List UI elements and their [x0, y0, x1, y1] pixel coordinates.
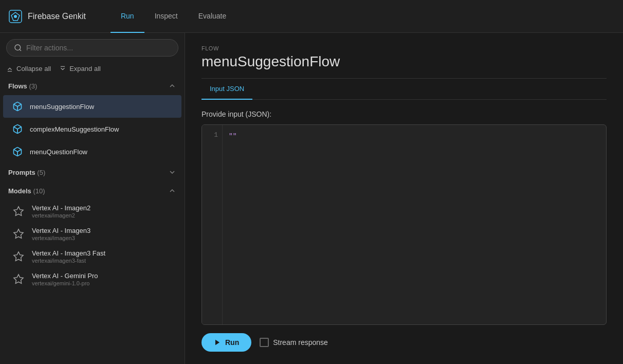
flows-section-title: Flows (3)	[8, 82, 37, 90]
flow-icon-complexMenuSuggestionFlow	[11, 123, 24, 135]
stream-response-label: Stream response	[273, 338, 328, 347]
model-info-imagen3: Vertex AI - Imagen3 vertexai/imagen3	[32, 227, 90, 241]
model-icon-geminipro	[11, 272, 26, 286]
tab-input-json[interactable]: Input JSON	[201, 79, 252, 100]
sidebar-search-area	[0, 33, 185, 63]
flow-name-menuSuggestionFlow: menuSuggestionFlow	[30, 103, 94, 111]
svg-point-2	[14, 15, 17, 18]
run-button-label: Run	[225, 338, 239, 347]
svg-marker-11	[14, 229, 23, 238]
flow-icon-menuQuestionFlow	[11, 145, 24, 158]
collapse-all-button[interactable]: Collapse all	[6, 65, 51, 72]
editor-line-numbers: 1	[202, 125, 223, 324]
search-icon	[14, 44, 22, 52]
flows-section-header[interactable]: Flows (3)	[0, 77, 185, 95]
tab-evaluate[interactable]: Evaluate	[188, 0, 236, 33]
run-button[interactable]: Run	[201, 333, 251, 352]
prompts-section-title: Prompts (5)	[8, 169, 45, 176]
flow-name-menuQuestionFlow: menuQuestionFlow	[30, 148, 87, 156]
prompts-section-header[interactable]: Prompts (5)	[0, 163, 185, 181]
expand-all-button[interactable]: Expand all	[59, 65, 101, 72]
sidebar-controls: Collapse all Expand all	[0, 63, 185, 77]
model-item-imagen3[interactable]: Vertex AI - Imagen3 vertexai/imagen3	[3, 223, 181, 245]
model-name-imagen3fast: Vertex AI - Imagen3 Fast	[32, 249, 105, 257]
svg-marker-12	[14, 252, 23, 261]
svg-marker-10	[14, 207, 23, 215]
main-layout: Collapse all Expand all Flows (3)	[0, 33, 623, 364]
flow-name-complexMenuSuggestionFlow: complexMenuSuggestionFlow	[30, 125, 119, 133]
tab-run[interactable]: Run	[111, 0, 144, 33]
firebase-genkit-logo-icon	[8, 9, 23, 24]
model-name-imagen3: Vertex AI - Imagen3	[32, 227, 90, 234]
model-item-geminipro[interactable]: Vertex AI - Gemini Pro vertexai/gemini-1…	[3, 268, 181, 290]
model-info-imagen3fast: Vertex AI - Imagen3 Fast vertexai/imagen…	[32, 249, 105, 264]
svg-marker-13	[14, 275, 23, 283]
model-item-imagen3fast[interactable]: Vertex AI - Imagen3 Fast vertexai/imagen…	[3, 245, 181, 268]
flow-icon-menuSuggestionFlow	[11, 100, 24, 113]
prompts-chevron-icon	[168, 168, 176, 176]
stream-response-area[interactable]: Stream response	[260, 338, 328, 347]
expand-icon	[59, 65, 66, 72]
model-name-geminipro: Vertex AI - Gemini Pro	[32, 272, 98, 280]
collapse-all-label: Collapse all	[16, 65, 51, 72]
json-code-area[interactable]: ""	[223, 125, 606, 324]
model-info-geminipro: Vertex AI - Gemini Pro vertexai/gemini-1…	[32, 272, 98, 286]
sidebar: Collapse all Expand all Flows (3)	[0, 33, 185, 364]
content-tabs-bar: Input JSON	[201, 79, 607, 100]
flow-item-menuQuestionFlow[interactable]: menuQuestionFlow	[3, 140, 181, 163]
model-icon-imagen3	[11, 227, 26, 241]
model-icon-imagen2	[11, 204, 26, 219]
flow-title: menuSuggestionFlow	[201, 53, 607, 70]
stream-response-checkbox[interactable]	[260, 338, 269, 347]
model-info-imagen2: Vertex AI - Imagen2 vertexai/imagen2	[32, 204, 90, 219]
svg-point-3	[15, 45, 21, 50]
model-name-imagen2: Vertex AI - Imagen2	[32, 204, 90, 212]
logo-area: Firebase Genkit	[8, 9, 86, 24]
svg-line-4	[20, 49, 21, 51]
tab-inspect[interactable]: Inspect	[144, 0, 188, 33]
flow-item-complexMenuSuggestionFlow[interactable]: complexMenuSuggestionFlow	[3, 118, 181, 140]
top-navigation: Firebase Genkit Run Inspect Evaluate	[0, 0, 623, 33]
json-editor[interactable]: 1 ""	[201, 124, 607, 325]
logo-text: Firebase Genkit	[28, 12, 86, 21]
run-play-icon	[214, 339, 221, 346]
sidebar-scroll-area: Flows (3) menuSuggestionFlow	[0, 77, 185, 364]
flows-chevron-icon	[168, 82, 176, 90]
filter-actions-input[interactable]	[26, 44, 171, 52]
model-path-imagen2: vertexai/imagen2	[32, 212, 90, 219]
svg-marker-14	[215, 340, 219, 345]
bottom-bar: Run Stream response	[201, 325, 607, 352]
model-path-imagen3fast: vertexai/imagen3-fast	[32, 258, 105, 264]
flow-item-menuSuggestionFlow[interactable]: menuSuggestionFlow	[3, 95, 181, 118]
model-path-geminipro: vertexai/gemini-1.0-pro	[32, 280, 98, 286]
model-item-imagen2[interactable]: Vertex AI - Imagen2 vertexai/imagen2	[3, 200, 181, 223]
models-section-header[interactable]: Models (10)	[0, 181, 185, 200]
nav-tabs: Run Inspect Evaluate	[111, 0, 236, 33]
models-chevron-icon	[168, 187, 176, 195]
line-number-1: 1	[208, 131, 218, 139]
models-section-title: Models (10)	[8, 187, 45, 195]
search-box[interactable]	[6, 39, 178, 57]
model-icon-imagen3fast	[11, 249, 26, 264]
flow-label: Flow	[201, 45, 607, 51]
expand-all-label: Expand all	[69, 65, 101, 72]
main-content: Flow menuSuggestionFlow Input JSON Provi…	[185, 33, 623, 364]
input-json-label: Provide input (JSON):	[201, 110, 607, 118]
collapse-icon	[6, 65, 13, 72]
model-path-imagen3: vertexai/imagen3	[32, 235, 90, 241]
